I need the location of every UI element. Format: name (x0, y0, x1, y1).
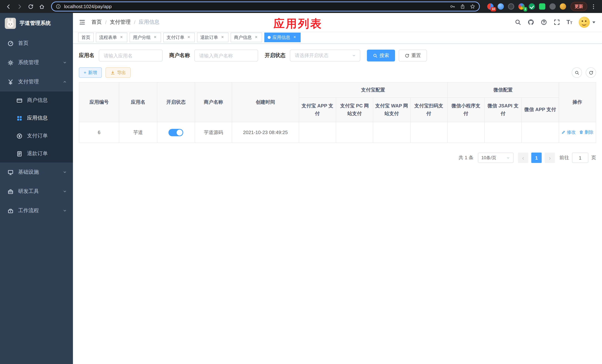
extension-dark-icon[interactable] (508, 3, 514, 10)
sidebar: 芋道管理系统 首页 系统管理 支付管理 (0, 13, 73, 364)
url-text[interactable]: localhost:1024/pay/app (64, 4, 447, 9)
reset-button[interactable]: 重置 (399, 50, 427, 62)
back-icon[interactable] (4, 2, 13, 11)
extension-green-check-icon[interactable] (529, 3, 535, 10)
close-icon[interactable]: × (220, 35, 225, 40)
pay-order-icon (16, 133, 22, 139)
app-logo[interactable]: 芋道管理系统 (0, 13, 73, 34)
tab-merchant-info[interactable]: 商户信息× (231, 32, 262, 42)
search-button[interactable]: 搜索 (367, 50, 395, 62)
browser-menu-icon[interactable] (589, 2, 598, 11)
extensions-row: 10 1 (487, 3, 566, 10)
col-actions: 操作 (559, 82, 596, 122)
font-size-icon[interactable]: TT (567, 19, 572, 25)
screen: localhost:1024/pay/app 10 1 更新 芋道管 (0, 0, 602, 364)
forward-icon[interactable] (15, 2, 24, 11)
sidebar-item-app-info[interactable]: 应用信息 (0, 109, 73, 127)
user-menu[interactable] (579, 17, 595, 28)
prev-page-button[interactable]: ‹ (518, 152, 528, 163)
document-icon (16, 150, 22, 157)
password-key-icon[interactable] (450, 4, 455, 9)
extension-face-icon[interactable] (560, 3, 566, 10)
grid-icon (16, 115, 22, 121)
browser-update-button[interactable]: 更新 (570, 2, 587, 11)
bookmark-star-icon[interactable] (470, 4, 475, 9)
home-icon[interactable] (37, 2, 47, 11)
address-bar[interactable]: localhost:1024/pay/app (51, 1, 480, 11)
extension-puzzle-icon[interactable]: 10 (487, 3, 494, 10)
close-icon[interactable]: × (186, 35, 191, 40)
github-icon[interactable] (527, 19, 534, 26)
sidebar-item-pay[interactable]: 支付管理 (0, 72, 73, 91)
export-button[interactable]: 导出 (106, 67, 131, 78)
sidebar-fold-icon[interactable] (73, 13, 91, 32)
close-icon[interactable]: × (152, 35, 158, 40)
main-area: 首页 / 支付管理 / 应用信息 TT (73, 13, 602, 364)
right-toolbar (572, 67, 596, 78)
dashboard-icon (7, 40, 14, 46)
page-suffix: 页 (591, 154, 596, 161)
sidebar-item-system[interactable]: 系统管理 (0, 53, 73, 72)
col-status: 开启状态 (157, 82, 195, 122)
toggle-search-button[interactable] (572, 67, 582, 78)
site-info-icon[interactable] (55, 4, 61, 9)
tab-refund-order[interactable]: 退款订单× (197, 32, 228, 42)
breadcrumb-pay[interactable]: 支付管理 (110, 19, 131, 26)
add-button[interactable]: + 新增 (79, 67, 102, 78)
cell-app-name: 芋道 (119, 122, 157, 143)
close-icon[interactable]: × (119, 35, 124, 40)
table-toolbar: + 新增 导出 (79, 67, 596, 78)
share-icon[interactable] (460, 4, 465, 9)
delete-button[interactable]: 删除 (579, 129, 593, 136)
status-select[interactable]: 请选择开启状态 (290, 50, 360, 62)
goto-page-input[interactable] (572, 152, 588, 163)
chevron-down-icon (63, 189, 67, 194)
extension-colorful-icon[interactable]: 1 (518, 3, 525, 10)
next-page-button[interactable]: › (545, 152, 555, 163)
page-size-select[interactable]: 10条/页 (478, 152, 514, 163)
sidebar-item-refund-order[interactable]: 退款订单 (0, 145, 73, 162)
chevron-down-icon (506, 156, 510, 160)
app-name-input[interactable] (99, 50, 162, 62)
help-icon[interactable] (540, 19, 547, 26)
tab-user-group[interactable]: 用户分组× (129, 32, 161, 42)
pay-submenu: 商户信息 应用信息 支付订单 退款订单 (0, 91, 73, 162)
download-icon (110, 70, 115, 75)
extension-drop-icon[interactable] (498, 3, 504, 10)
tab-home[interactable]: 首页 (78, 32, 94, 42)
sidebar-item-workflow[interactable]: 工作流程 (0, 201, 73, 220)
tab-app-info[interactable]: 应用信息× (264, 32, 301, 42)
chevron-down-icon (63, 208, 67, 213)
col-alipay-qr: 支付宝扫码支付 (410, 97, 447, 122)
status-label: 开启状态 (265, 52, 285, 59)
fullscreen-icon[interactable] (553, 19, 560, 26)
sidebar-item-merchant-info[interactable]: 商户信息 (0, 91, 73, 109)
cell-actions: 修改 删除 (559, 122, 596, 143)
col-created: 创建时间 (232, 82, 299, 122)
sidebar-item-infrastructure[interactable]: 基础设施 (0, 162, 73, 182)
group-wechat-config: 微信配置 (447, 82, 559, 97)
extension-pin-icon[interactable] (549, 3, 556, 10)
sidebar-item-home[interactable]: 首页 (0, 34, 73, 53)
col-app-name: 应用名 (119, 82, 157, 122)
sidebar-item-dev-tools[interactable]: 研发工具 (0, 182, 73, 201)
status-toggle[interactable] (168, 129, 183, 136)
toolbox-icon (7, 188, 14, 195)
reload-icon[interactable] (26, 2, 35, 11)
search-icon[interactable] (515, 19, 521, 26)
user-avatar[interactable] (579, 17, 590, 28)
refresh-button[interactable] (586, 67, 596, 78)
edit-button[interactable]: 修改 (561, 129, 576, 136)
tab-process-form[interactable]: 流程表单× (96, 32, 127, 42)
extension-green-square-icon[interactable] (539, 3, 545, 10)
merchant-name-input[interactable] (194, 50, 258, 62)
extension-badge: 1 (523, 7, 527, 11)
sidebar-item-pay-order[interactable]: 支付订单 (0, 127, 73, 145)
close-icon[interactable]: × (292, 35, 297, 40)
page-number-1[interactable]: 1 (531, 152, 542, 163)
navbar: 首页 / 支付管理 / 应用信息 TT (73, 13, 602, 32)
chevron-down-icon (63, 60, 67, 65)
breadcrumb-home[interactable]: 首页 (91, 19, 102, 26)
tab-pay-order[interactable]: 支付订单× (163, 32, 195, 42)
close-icon[interactable]: × (254, 35, 259, 40)
